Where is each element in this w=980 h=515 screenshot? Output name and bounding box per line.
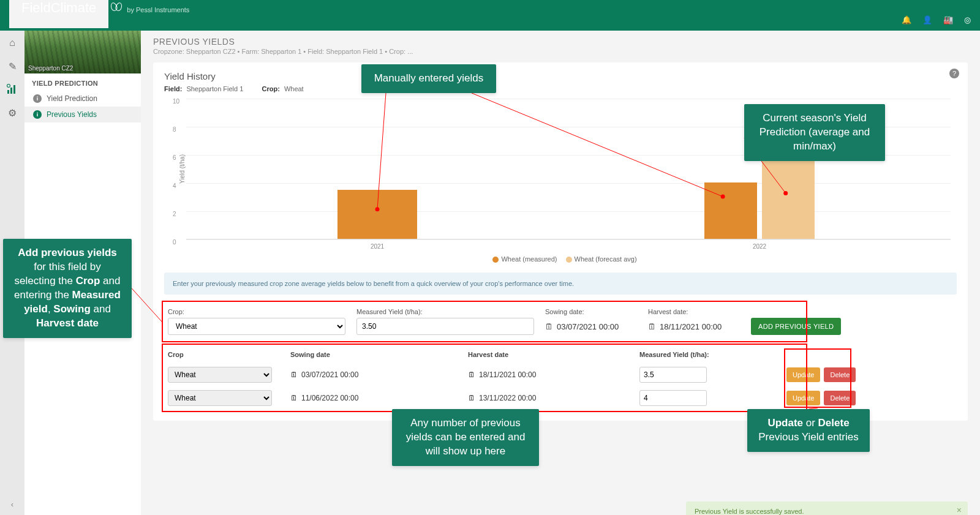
field-value: Shepparton Field 1 <box>186 85 243 92</box>
delete-button[interactable]: Delete <box>824 367 856 382</box>
svg-rect-0 <box>7 90 9 94</box>
row-sowing-date[interactable]: 03/07/2021 00:00 <box>301 370 358 379</box>
sowing-date-label: Sowing date: <box>545 308 637 315</box>
svg-rect-1 <box>10 88 12 94</box>
logo-text: FieldClimate <box>9 0 108 28</box>
toast-text: Previous Yield is successfully saved. <box>695 508 804 515</box>
sidebar-item-previous-yields[interactable]: i Previous Yields <box>24 107 141 122</box>
calendar-icon[interactable]: 🗓 <box>468 394 475 402</box>
th-crop: Crop <box>168 351 290 358</box>
bar-measured <box>704 182 757 239</box>
gear-icon[interactable]: ⚙ <box>5 105 20 120</box>
sidebar-item-yield-prediction[interactable]: i Yield Prediction <box>24 91 141 107</box>
annotation-callout: Any number of previous yields can be ent… <box>392 409 539 466</box>
success-toast: Previous Yield is successfully saved. × <box>686 502 968 515</box>
help-icon[interactable]: ? <box>949 69 959 78</box>
table-row: Wheat🗓03/07/2021 00:00🗓18/11/2021 00:00U… <box>164 363 957 386</box>
table-row: Wheat🗓11/06/2022 00:00🗓13/11/2022 00:00U… <box>164 386 957 410</box>
svg-point-3 <box>7 85 10 88</box>
card-meta: Field: Shepparton Field 1 Crop: Wheat <box>164 85 957 92</box>
field-caption: Shepparton CZ2 <box>28 65 73 72</box>
delete-button[interactable]: Delete <box>824 391 856 405</box>
table-header-row: Crop Sowing date Harvest date Measured Y… <box>164 346 957 363</box>
annotation-callout: Add previous yields for this field by se… <box>3 239 132 338</box>
harvest-date-value[interactable]: 18/11/2021 00:00 <box>660 322 722 331</box>
row-crop-select[interactable]: Wheat <box>168 390 272 406</box>
yield-input-label: Measured Yield (t/ha): <box>356 308 534 315</box>
calendar-icon[interactable]: 🗓 <box>290 370 298 379</box>
card-title: Yield History <box>164 71 957 81</box>
annotation-callout: Current season's Yield Prediction (avera… <box>744 104 885 161</box>
calendar-icon[interactable]: 🗓 <box>545 322 553 331</box>
crop-select-label: Crop: <box>168 308 345 315</box>
user-icon[interactable]: 👤 <box>922 15 932 24</box>
logo-subtext: by Pessl Instruments <box>127 6 189 13</box>
page-title: PREVIOUS YIELDS <box>153 37 968 47</box>
home-icon[interactable]: ⌂ <box>5 36 20 50</box>
chart-icon[interactable] <box>5 82 20 97</box>
top-bar: 2022-11-03.ad4b788 / Dewberry FieldClima… <box>0 0 980 31</box>
crop-label: Crop: <box>262 85 279 92</box>
page-header: PREVIOUS YIELDS Cropzone: Shepparton CZ2… <box>153 37 968 55</box>
crop-select[interactable]: Wheat <box>168 318 345 335</box>
y-axis-label: Yield (t/ha) <box>179 154 186 184</box>
th-yield: Measured Yield (t/ha): <box>639 351 762 358</box>
add-yield-form: Crop: Wheat Measured Yield (t/ha): Sowin… <box>164 303 957 340</box>
row-harvest-date[interactable]: 13/11/2022 00:00 <box>479 394 536 402</box>
info-banner: Enter your previously measured crop zone… <box>164 273 957 295</box>
row-yield-input[interactable] <box>639 390 707 406</box>
close-icon[interactable]: × <box>957 505 962 515</box>
add-previous-yield-button[interactable]: ADD PREVIOUS YIELD <box>751 318 841 335</box>
broadcast-icon[interactable]: ◎ <box>964 15 971 24</box>
breadcrumb: Cropzone: Shepparton CZ2 • Farm: Sheppar… <box>153 48 968 55</box>
calendar-icon[interactable]: 🗓 <box>290 394 298 402</box>
previous-yields-table: Crop Sowing date Harvest date Measured Y… <box>164 346 957 410</box>
row-crop-select[interactable]: Wheat <box>168 367 272 383</box>
th-sowing: Sowing date <box>290 351 468 358</box>
logo[interactable]: FieldClimate by Pessl Instruments <box>9 0 189 28</box>
info-icon: i <box>33 94 42 103</box>
collapse-icon[interactable]: ‹ <box>11 500 13 509</box>
svg-rect-2 <box>13 85 15 94</box>
update-button[interactable]: Update <box>786 391 820 405</box>
chart-legend: Wheat (measured)Wheat (forecast avg) <box>164 255 957 263</box>
update-button[interactable]: Update <box>786 367 820 382</box>
info-icon: i <box>33 110 42 119</box>
sidebar-item-label: Previous Yields <box>47 110 97 119</box>
top-icons: 🔔 👤 🏭 ◎ <box>902 15 971 28</box>
sowing-date-value[interactable]: 03/07/2021 00:00 <box>557 322 619 331</box>
calendar-icon[interactable]: 🗓 <box>468 370 475 379</box>
row-yield-input[interactable] <box>639 367 707 383</box>
yield-input[interactable] <box>356 318 534 335</box>
tools-icon[interactable]: ✎ <box>5 59 20 73</box>
field-thumbnail[interactable]: Shepparton CZ2 <box>24 31 141 73</box>
row-sowing-date[interactable]: 11/06/2022 00:00 <box>301 394 358 402</box>
leaf-icon <box>111 1 122 12</box>
field-label: Field: <box>164 85 182 92</box>
crop-value: Wheat <box>284 85 304 92</box>
factory-icon[interactable]: 🏭 <box>943 15 953 24</box>
annotation-callout: Manually entered yields <box>361 64 496 93</box>
harvest-date-label: Harvest date: <box>648 308 740 315</box>
sidebar-item-label: Yield Prediction <box>47 94 97 103</box>
annotation-callout: Update or Delete Previous Yield entries <box>747 409 870 452</box>
th-harvest: Harvest date <box>468 351 639 358</box>
row-harvest-date[interactable]: 18/11/2021 00:00 <box>479 370 536 379</box>
calendar-icon[interactable]: 🗓 <box>648 322 656 331</box>
bar-measured <box>337 190 417 239</box>
side-section-title: YIELD PREDICTION <box>24 73 141 91</box>
bell-icon[interactable]: 🔔 <box>902 15 911 24</box>
